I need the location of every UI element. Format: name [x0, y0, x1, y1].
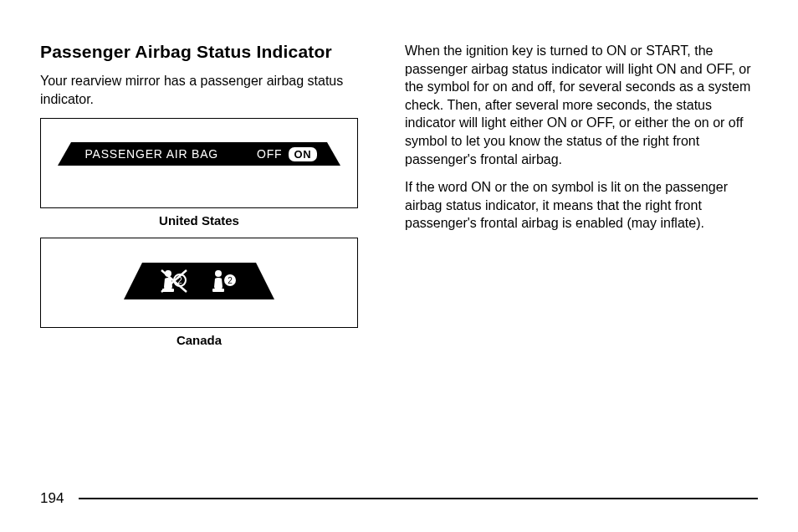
us-indicator-bar: PASSENGER AIR BAG OFF ON — [58, 142, 340, 166]
right-paragraph-1: When the ignition key is turned to ON or… — [405, 42, 758, 168]
left-column: Passenger Airbag Status Indicator Your r… — [40, 42, 375, 357]
two-column-layout: Passenger Airbag Status Indicator Your r… — [40, 42, 758, 357]
us-indicator-text-row: PASSENGER AIR BAG OFF ON — [58, 142, 340, 166]
intro-paragraph: Your rearview mirror has a passenger air… — [40, 72, 375, 108]
right-paragraph-2: If the word ON or the on symbol is lit o… — [405, 178, 758, 233]
airbag-off-icon: 2 — [160, 269, 188, 294]
section-heading: Passenger Airbag Status Indicator — [40, 42, 375, 62]
ca-indicator-bar: 2 2 — [124, 263, 274, 299]
page-number: 194 — [40, 490, 64, 507]
figure-us-caption: United States — [40, 213, 358, 228]
footer-rule — [79, 498, 758, 499]
svg-point-8 — [215, 270, 222, 277]
svg-rect-9 — [212, 289, 224, 292]
airbag-on-icon: 2 — [210, 269, 238, 294]
figure-ca-box: 2 2 — [40, 238, 358, 328]
us-off-on-group: OFF ON — [257, 147, 317, 161]
manual-page: Passenger Airbag Status Indicator Your r… — [0, 0, 798, 532]
page-footer: 194 — [40, 490, 758, 507]
right-column: When the ignition key is turned to ON or… — [405, 42, 758, 357]
us-label-off: OFF — [257, 147, 282, 161]
figure-us-box: PASSENGER AIR BAG OFF ON — [40, 118, 358, 208]
ca-icons-row: 2 2 — [124, 263, 274, 299]
svg-text:2: 2 — [228, 276, 233, 285]
us-label-passenger-air-bag: PASSENGER AIR BAG — [84, 147, 218, 161]
figure-ca-caption: Canada — [40, 333, 358, 347]
us-label-on-pill: ON — [289, 147, 316, 161]
